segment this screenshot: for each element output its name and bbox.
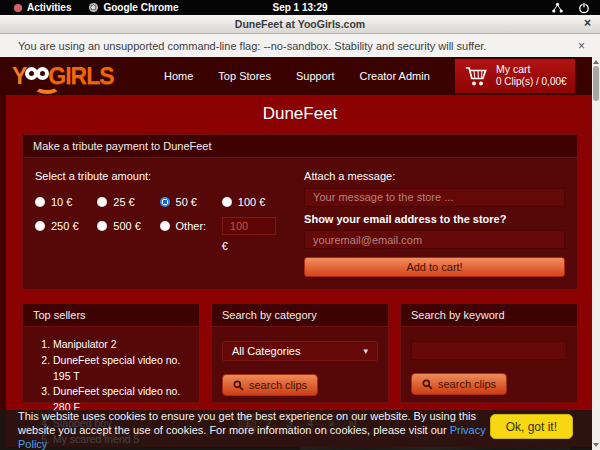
amount-option-label: 100 €: [238, 196, 266, 208]
window-title: DuneFeet at YooGirls.com: [235, 18, 365, 30]
radio-icon[interactable]: [160, 197, 170, 207]
top-sellers-panel: Top sellers Manipulator 2DuneFeet specia…: [22, 303, 200, 403]
amount-options-grid: 10 €25 €50 €100 €250 €500 €Other: €: [35, 196, 284, 252]
tribute-panel: Make a tribute payment to DuneFeet Selec…: [22, 134, 578, 290]
keyword-input[interactable]: [411, 341, 567, 360]
amount-option-label: Other:: [176, 220, 207, 232]
warning-close-icon[interactable]: ×: [578, 39, 585, 53]
other-amount-cell: €: [222, 217, 284, 252]
amount-option[interactable]: 50 €: [160, 196, 222, 208]
bottom-panels-row: Top sellers Manipulator 2DuneFeet specia…: [22, 303, 578, 403]
cookie-message: This website uses cookies to ensure you …: [0, 409, 490, 450]
chrome-app-icon: [89, 3, 98, 12]
cart-summary: 0 Clip(s) / 0,00€: [496, 76, 567, 89]
tribute-panel-title: Make a tribute payment to DuneFeet: [23, 135, 577, 158]
amount-option[interactable]: 100 €: [222, 196, 284, 208]
cookie-message-text: This website uses cookies to ensure you …: [18, 410, 476, 436]
activities-label: Activities: [27, 2, 71, 13]
cart-widget[interactable]: My cart 0 Clip(s) / 0,00€: [455, 59, 575, 93]
app-menu-button[interactable]: Google Chrome: [89, 2, 178, 13]
cookie-consent-bar: This website uses cookies to ensure you …: [0, 410, 600, 450]
logo-text-y: Y: [12, 64, 26, 88]
activities-button[interactable]: Activities: [14, 2, 71, 13]
scrollbar-up-arrow-icon[interactable]: [593, 60, 599, 64]
radio-icon[interactable]: [222, 197, 232, 207]
main-nav: HomeTop StoresSupportCreator Admin: [164, 70, 430, 82]
other-amount-input[interactable]: [222, 217, 276, 235]
amount-option[interactable]: 500 €: [97, 220, 159, 232]
message-label: Attach a message:: [304, 170, 565, 182]
amount-option[interactable]: 10 €: [35, 196, 97, 208]
search-keyword-button[interactable]: search clips: [411, 373, 507, 395]
search-keyword-button-label: search clips: [438, 378, 496, 390]
amount-option-label: 250 €: [51, 220, 79, 232]
window-close-icon[interactable]: ×: [584, 16, 591, 30]
system-top-bar: Activities Google Chrome Sep 1 13:29: [0, 0, 600, 15]
main-content: DuneFeet Make a tribute payment to DuneF…: [6, 95, 594, 447]
cart-icon: [464, 65, 488, 87]
amount-option[interactable]: 250 €: [35, 220, 97, 232]
search-category-title: Search by category: [212, 304, 388, 327]
radio-icon[interactable]: [35, 197, 45, 207]
radio-icon[interactable]: [35, 221, 45, 231]
cookie-accept-button[interactable]: Ok, got it!: [490, 414, 573, 439]
site-header: Y GIRLS HomeTop StoresSupportCreator Adm…: [0, 57, 600, 95]
cart-label: My cart: [496, 63, 567, 76]
search-icon: [233, 380, 244, 391]
radio-icon[interactable]: [160, 221, 170, 231]
page-scrollbar[interactable]: [592, 57, 600, 450]
radio-icon[interactable]: [97, 197, 107, 207]
chevron-down-icon: ▾: [363, 346, 368, 356]
activities-icon: [14, 4, 22, 12]
amount-option[interactable]: Other:: [160, 220, 222, 232]
add-to-cart-button[interactable]: Add to cart!: [304, 257, 565, 277]
network-tray-icon[interactable]: [551, 2, 564, 14]
warning-message: You are using an unsupported command-lin…: [18, 40, 486, 52]
app-menu-label: Google Chrome: [103, 2, 178, 13]
amount-option-label: 50 €: [176, 196, 197, 208]
amount-option-label: 25 €: [113, 196, 134, 208]
window-titlebar[interactable]: DuneFeet at YooGirls.com ×: [0, 15, 600, 34]
logo-smile-icon: [34, 80, 60, 94]
browser-viewport: Y GIRLS HomeTop StoresSupportCreator Adm…: [0, 57, 600, 450]
nav-item-creator-admin[interactable]: Creator Admin: [359, 70, 429, 82]
nav-item-support[interactable]: Support: [296, 70, 335, 82]
search-category-button-label: search clips: [249, 379, 307, 391]
currency-label: €: [222, 240, 284, 252]
site-logo[interactable]: Y GIRLS: [12, 64, 150, 88]
search-category-button[interactable]: search clips: [222, 374, 318, 396]
power-tray-icon[interactable]: [578, 2, 590, 14]
category-selected-value: All Categories: [232, 345, 300, 357]
page-title: DuneFeet: [6, 95, 594, 134]
amount-option-label: 500 €: [113, 220, 141, 232]
search-icon: [422, 379, 433, 390]
search-keyword-panel: Search by keyword search clips: [400, 303, 578, 403]
amount-option-label: 10 €: [51, 196, 72, 208]
email-label: Show your email address to the store?: [304, 213, 565, 225]
email-input[interactable]: [304, 230, 565, 249]
scrollbar-thumb[interactable]: [593, 66, 599, 101]
search-keyword-title: Search by keyword: [401, 304, 577, 327]
nav-item-home[interactable]: Home: [164, 70, 193, 82]
amount-option[interactable]: 25 €: [97, 196, 159, 208]
nav-item-top-stores[interactable]: Top Stores: [218, 70, 271, 82]
search-category-panel: Search by category All Categories ▾ sear…: [211, 303, 389, 403]
chrome-warning-bar: You are using an unsupported command-lin…: [0, 34, 600, 57]
scrollbar-down-arrow-icon[interactable]: [593, 443, 599, 447]
category-select[interactable]: All Categories ▾: [222, 341, 378, 361]
amount-section-label: Select a tribute amount:: [35, 170, 284, 182]
message-input[interactable]: [304, 188, 565, 207]
radio-icon[interactable]: [97, 221, 107, 231]
top-seller-item[interactable]: DuneFeet special video no. 195 T: [53, 353, 189, 385]
top-seller-item[interactable]: Manipulator 2: [53, 337, 189, 353]
top-sellers-title: Top sellers: [23, 304, 199, 327]
